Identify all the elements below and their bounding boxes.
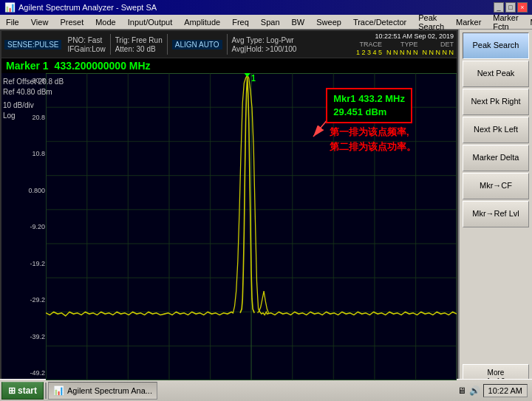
marker-popup: Mkr1 433.2 MHz 29.451 dBm [326,88,412,123]
y-label-5: -9.20 [4,223,45,230]
start-button[interactable]: ⊞ start [1,382,44,400]
ifgain-label: IFGain:Low [67,45,105,53]
atten-label: Atten: 30 dB [115,45,163,53]
y-label-1: 30.8 [4,77,45,84]
marker-popup-line2: 29.451 dBm [333,106,405,119]
marker-label: Marker 1 [6,60,49,72]
menu-meas[interactable]: Meas [525,16,532,28]
menu-amplitude[interactable]: Amplitude [178,16,226,28]
menu-bar: File View Preset Mode Input/Output Ampli… [0,15,532,30]
trig-label: Trig: Free Run [115,36,163,44]
menu-sweep[interactable]: Sweep [310,16,347,28]
y-label-3: 10.8 [4,150,45,157]
right-panel: Peak Search Next Peak Next Pk Right Next… [458,30,532,394]
network-icon: 🖥 [457,385,466,396]
menu-trace[interactable]: Trace/Detector [347,16,412,28]
annotation-line2: 第二排为该点功率。 [330,140,416,154]
title-bar-left: 📊 Agilent Spectrum Analyzer - Swept SA [4,2,157,13]
menu-input[interactable]: Input/Output [122,16,179,28]
trace-nums: 1 2 3 4 5 [356,49,382,56]
avghold-label: Avg|Hold: >100/100 [232,45,297,53]
header-info: SENSE:PULSE PNO: Fast IFGain:Low Trig: F… [1,31,457,58]
avgtype-label: Avg Type: Log-Pwr [232,36,297,44]
y-label-8: -39.2 [4,333,45,340]
sense-box: SENSE:PULSE [4,40,61,49]
peak-search-button[interactable]: Peak Search [463,32,529,59]
taskbar: ⊞ start 📊 Agilent Spectrum Ana... 🖥 🔊 10… [0,379,532,401]
next-pk-left-button[interactable]: Next Pk Left [463,117,529,143]
taskbar-icon: 📊 [53,385,64,396]
taskbar-right: 🖥 🔊 10:22 AM [457,384,531,397]
speaker-icon: 🔊 [469,385,480,396]
menu-preset[interactable]: Preset [54,16,89,28]
svg-text:1: 1 [251,73,256,83]
menu-freq[interactable]: Freq [226,16,255,28]
title-bar: 📊 Agilent Spectrum Analyzer - Swept SA _… [0,0,532,15]
y-label-7: -29.2 [4,296,45,304]
annotation-text: 第一排为该点频率, 第二排为该点功率。 [330,125,416,154]
menu-marker[interactable]: Marker [450,16,487,28]
app-icon: 📊 [4,2,16,13]
next-peak-button[interactable]: Next Peak [463,61,529,87]
time-label: 10:22:51 AM Sep 02, 2019 [356,32,454,40]
align-box: ALIGN AUTO [172,40,222,49]
marker-info-row: Marker 1 433.200000000 MHz [1,58,457,73]
pno-label: PNO: Fast [67,36,105,44]
taskbar-item-spectrum[interactable]: 📊 Agilent Spectrum Ana... [48,382,157,400]
menu-mode[interactable]: Mode [89,16,122,28]
trace-label: TRACE [356,41,382,48]
instrument-panel: SENSE:PULSE PNO: Fast IFGain:Low Trig: F… [0,30,458,394]
marker-freq: 433.200000000 MHz [55,60,151,72]
y-label-2: 20.8 [4,114,45,121]
clock: 10:22 AM [483,384,528,397]
marker-popup-line1: Mkr1 433.2 MHz [333,92,405,106]
det-vals: N N N N N [423,49,454,56]
annotation-line1: 第一排为该点频率, [330,125,416,140]
menu-span[interactable]: Span [255,16,286,28]
marker-delta-button[interactable]: Marker Delta [463,145,529,171]
taskbar-label: Agilent Spectrum Ana... [67,386,152,395]
next-pk-right-button[interactable]: Next Pk Right [463,89,529,115]
mkr-ref-lvl-button[interactable]: Mkr→Ref Lvl [463,201,529,227]
menu-file[interactable]: File [0,16,25,28]
det-label: DET [423,41,454,48]
menu-view[interactable]: View [25,16,55,28]
y-label-9: -49.2 [4,369,45,377]
window-title: Agilent Spectrum Analyzer - Swept SA [18,3,157,12]
y-label-6: -19.2 [4,260,45,267]
type-label: TYPE [386,41,418,48]
type-vals: N N N N N [386,49,418,56]
chart-area: Ref Offset 20.8 dB Ref 40.80 dBm 10 dB/d… [1,73,457,380]
start-icon: ⊞ [8,385,16,396]
start-label: start [18,385,37,396]
y-label-4: 0.800 [4,187,45,194]
y-axis-labels: 30.8 20.8 10.8 0.800 -9.20 -19.2 -29.2 -… [3,73,46,380]
menu-bw[interactable]: BW [286,16,311,28]
mkr-cf-button[interactable]: Mkr→CF [463,173,529,199]
